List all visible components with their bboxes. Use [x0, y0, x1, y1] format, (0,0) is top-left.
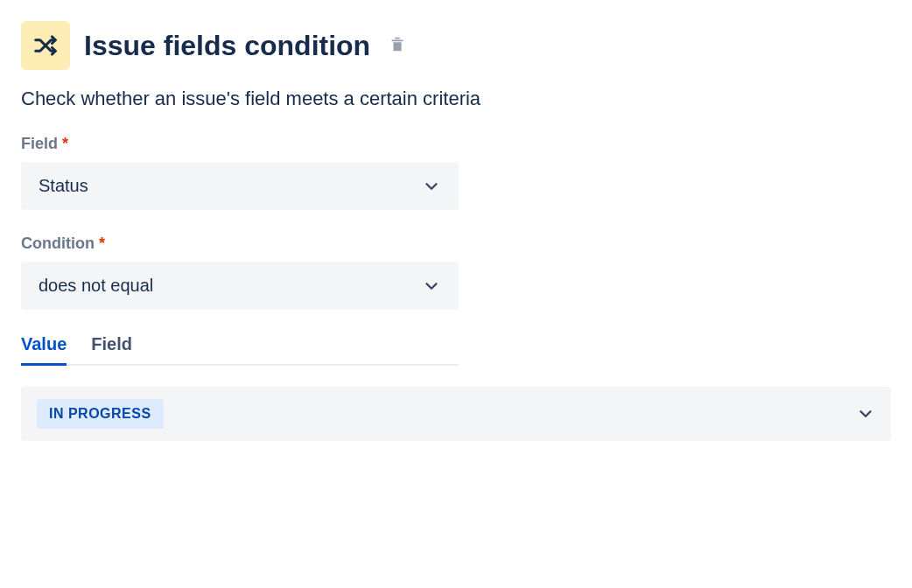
required-asterisk: *	[62, 135, 68, 152]
field-select[interactable]: Status	[21, 162, 459, 210]
condition-icon-box	[21, 21, 70, 70]
field-label: Field *	[21, 135, 891, 153]
chevron-down-icon	[422, 276, 441, 296]
status-badge: IN PROGRESS	[37, 399, 164, 429]
condition-label-text: Condition	[21, 234, 95, 252]
delete-button[interactable]	[384, 31, 410, 60]
shuffle-icon	[32, 32, 59, 59]
chevron-down-icon	[422, 177, 441, 196]
tab-field[interactable]: Field	[91, 334, 132, 366]
field-label-text: Field	[21, 135, 58, 152]
condition-section: Condition * does not equal	[21, 234, 891, 310]
field-select-value: Status	[39, 176, 88, 196]
condition-select-value: does not equal	[39, 276, 153, 296]
description-text: Check whether an issue's field meets a c…	[21, 88, 891, 110]
tab-value[interactable]: Value	[21, 334, 67, 366]
page-title: Issue fields condition	[84, 30, 370, 62]
chevron-down-icon	[856, 404, 875, 424]
condition-label: Condition *	[21, 234, 891, 253]
required-asterisk: *	[99, 234, 105, 252]
condition-select[interactable]: does not equal	[21, 262, 459, 310]
trash-icon	[388, 34, 407, 53]
field-section: Field * Status	[21, 135, 891, 210]
tabs: Value Field	[21, 334, 459, 366]
value-select[interactable]: IN PROGRESS	[21, 387, 891, 441]
header-row: Issue fields condition	[21, 21, 891, 70]
